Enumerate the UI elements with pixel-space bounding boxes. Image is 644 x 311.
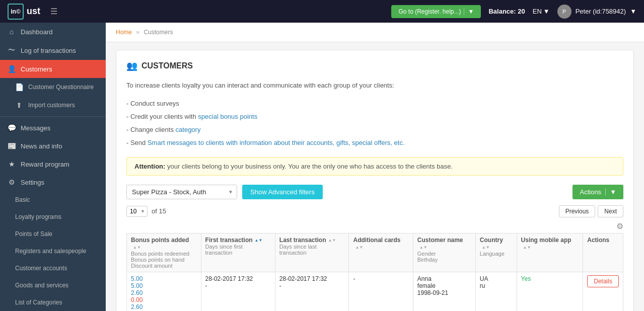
table-row: 5.00 5.00 2.60 0.00 2.60 0.00 28-02-2017… (127, 272, 623, 311)
breadcrumb: Home » Customers (106, 23, 644, 42)
gear-icon: ⚙ (8, 178, 16, 186)
import-icon: ⬆ (15, 101, 23, 109)
messages-icon: 💬 (8, 124, 16, 132)
menu-icon[interactable]: ☰ (50, 7, 57, 16)
cell-additional-cards: - (349, 272, 413, 311)
go-register-button[interactable]: Go to (Register. help...) ▼ (391, 5, 481, 18)
go-register-label: Go to (Register. help...) (398, 8, 461, 15)
sidebar-label-news: News and info (21, 142, 62, 150)
breadcrumb-home[interactable]: Home (116, 29, 132, 36)
questionnaire-icon: 📄 (15, 83, 23, 91)
sidebar-item-dashboard[interactable]: ⌂ Dashboard (0, 23, 106, 41)
sidebar-item-list-categories[interactable]: List of Categories (0, 294, 106, 311)
cell-customer-name: Anna female 1998-09-21 (413, 272, 475, 311)
sort-icon-first: ▲▼ (255, 239, 263, 243)
sort-icon-mobile: ▲▼ (523, 246, 531, 250)
actions-button[interactable]: Actions ▼ (573, 185, 623, 199)
topbar: in© ust ☰ Go to (Register. help...) ▼ Ba… (0, 0, 644, 23)
category-link[interactable]: category (176, 126, 201, 133)
cell-bonus: 5.00 5.00 2.60 0.00 2.60 0.00 (127, 272, 201, 311)
sidebar-item-log-transactions[interactable]: 〜 Log of transactions (0, 41, 106, 60)
sidebar-item-pos[interactable]: Points of Sale (0, 225, 106, 243)
filter-wrapper: Super Pizza - Stock, Auth (126, 185, 237, 199)
go-register-arrow: ▼ (464, 8, 474, 15)
sidebar-item-news[interactable]: 📰 News and info (0, 137, 106, 155)
sidebar-label-basic: Basic (15, 196, 30, 203)
pagination-buttons: Previous Next (559, 205, 623, 217)
sidebar-label-customer-accounts: Customer accounts (15, 265, 67, 272)
sidebar-label-goods: Goods and services (15, 282, 68, 289)
sort-icon-bonus: ▲▼ (133, 246, 141, 250)
list-item-3: - Change clients category (126, 123, 623, 136)
sidebar-label-import: Import customers (28, 102, 75, 109)
smart-msg-link[interactable]: Smart messages to clients with informati… (148, 139, 405, 146)
table-settings-button[interactable]: ⚙ (616, 221, 623, 231)
breadcrumb-sep: » (136, 29, 139, 36)
per-page-select[interactable]: 10 25 50 (126, 206, 148, 217)
th-bonus: Bonus points added▲▼ Bonus points redeem… (127, 233, 201, 272)
page-title: 👥 CUSTOMERS (126, 60, 623, 71)
sidebar-label-settings: Settings (21, 179, 44, 186)
sidebar-item-loyalty[interactable]: Loyalty programs (0, 208, 106, 225)
per-page-wrapper: 10 25 50 (126, 206, 148, 217)
sidebar-label-dashboard: Dashboard (21, 28, 53, 36)
list-item-2: - Credit your clients with special bonus… (126, 110, 623, 123)
th-last-transaction: Last transaction▲▼ Days since last trans… (275, 233, 349, 272)
sidebar-item-registers[interactable]: Registers and salespeople (0, 243, 106, 260)
sidebar-item-messages[interactable]: 💬 Messages (0, 119, 106, 137)
sidebar-item-customers[interactable]: 👤 Customers (0, 60, 106, 78)
sidebar: ⌂ Dashboard 〜 Log of transactions 👤 Cust… (0, 23, 106, 311)
cell-mobile-app: Yes (517, 272, 583, 311)
sidebar-item-reward[interactable]: ★ Reward program (0, 155, 106, 173)
special-bonus-link[interactable]: special bonus points (198, 113, 257, 120)
th-first-transaction: First transaction▲▼ Days since first tra… (201, 233, 275, 272)
details-button[interactable]: Details (587, 275, 619, 287)
logo-text: ust (27, 6, 40, 17)
logo-icon: in© (8, 4, 24, 20)
sidebar-item-goods[interactable]: Goods and services (0, 277, 106, 294)
chart-icon: 〜 (8, 46, 16, 55)
sidebar-label-messages: Messages (21, 124, 50, 132)
sidebar-item-basic[interactable]: Basic (0, 191, 106, 208)
sidebar-label-pos: Points of Sale (15, 230, 52, 238)
sidebar-item-settings[interactable]: ⚙ Settings (0, 173, 106, 191)
next-button[interactable]: Next (598, 205, 623, 217)
location-filter[interactable]: Super Pizza - Stock, Auth (126, 185, 237, 199)
user-menu[interactable]: P Peter (id:758942) ▼ (557, 5, 636, 19)
sidebar-label-log: Log of transactions (21, 47, 76, 54)
topbar-right: Go to (Register. help...) ▼ Balance: 20 … (391, 5, 636, 19)
th-customer-name: Customer name▲▼ Gender Birthday (413, 233, 475, 272)
star-icon: ★ (8, 160, 16, 168)
divider (0, 116, 106, 117)
sort-icon-country: ▲▼ (482, 246, 490, 250)
home-icon: ⌂ (8, 28, 16, 36)
previous-button[interactable]: Previous (559, 205, 596, 217)
page-body: 👥 CUSTOMERS To increase clients loyalty … (106, 42, 644, 311)
main-layout: ⌂ Dashboard 〜 Log of transactions 👤 Cust… (0, 23, 644, 311)
sidebar-label-reward: Reward program (21, 161, 69, 168)
cell-actions: Details (583, 272, 623, 311)
th-country: Country▲▼ Language (475, 233, 517, 272)
intro-text: To increase clients loyalty you can inte… (126, 81, 623, 91)
show-advanced-filters-button[interactable]: Show Advanced filters (242, 185, 323, 199)
sidebar-item-customer-accounts[interactable]: Customer accounts (0, 260, 106, 277)
sidebar-item-import-customers[interactable]: ⬆ Import customers (0, 96, 106, 114)
sidebar-label-customers: Customers (21, 65, 52, 73)
alert-bold: Attention: (134, 163, 165, 170)
th-mobile-app: Using mobile app▲▼ (517, 233, 583, 272)
sidebar-label-registers: Registers and salespeople (15, 248, 86, 255)
of-total: of 15 (152, 207, 166, 215)
filters-row: Super Pizza - Stock, Auth Show Advanced … (126, 185, 623, 199)
sidebar-item-customer-questionnaire[interactable]: 📄 Customer Questionnaire (0, 78, 106, 96)
sidebar-label-loyalty: Loyalty programs (15, 213, 61, 220)
actions-divider: ▼ (605, 188, 616, 196)
cell-last-transaction: 28-02-2017 17:32 - (275, 272, 349, 311)
language-selector[interactable]: EN ▼ (533, 8, 550, 15)
avatar: P (557, 5, 571, 19)
sidebar-label-questionnaire: Customer Questionnaire (28, 84, 94, 91)
th-actions: Actions (583, 233, 623, 272)
page-card: 👥 CUSTOMERS To increase clients loyalty … (116, 50, 634, 311)
alert-box: Attention: your clients belong to your b… (126, 157, 623, 176)
sort-icon-last: ▲▼ (328, 239, 336, 243)
balance-display: Balance: 20 (488, 8, 525, 15)
